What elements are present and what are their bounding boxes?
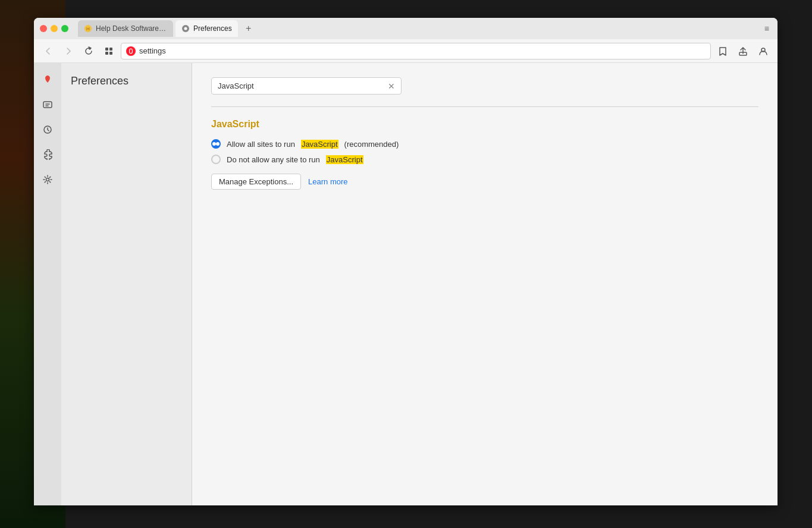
grid-button[interactable] xyxy=(101,43,117,59)
radio-allow-label-suffix: (recommended) xyxy=(344,140,399,149)
svg-point-3 xyxy=(184,27,187,30)
bookmark-button[interactable] xyxy=(714,43,731,59)
minimize-button[interactable] xyxy=(51,25,58,32)
sidebar-item-flow[interactable] xyxy=(38,95,57,114)
manage-exceptions-button[interactable]: Manage Exceptions... xyxy=(211,174,301,190)
radio-deny-label-highlight: JavaScript xyxy=(326,155,363,164)
radio-deny-icon xyxy=(211,155,221,164)
settings-content: ✕ JavaScript Allow all sites to run Java… xyxy=(192,63,777,505)
settings-panel: Preferences xyxy=(61,63,192,505)
svg-rect-7 xyxy=(109,52,112,55)
nav-bar: settings xyxy=(34,39,777,63)
search-clear-button[interactable]: ✕ xyxy=(388,82,395,90)
title-bar: H Help Desk Software & Live C Preference… xyxy=(34,18,777,39)
radio-allow-label-highlight: JavaScript xyxy=(301,140,338,149)
window-menu-button[interactable]: ≡ xyxy=(762,21,772,36)
helpdesk-favicon: H xyxy=(84,24,92,33)
svg-point-14 xyxy=(46,178,49,181)
browser-window: H Help Desk Software & Live C Preference… xyxy=(34,18,777,505)
sidebar-icons xyxy=(34,63,61,505)
opera-logo xyxy=(126,46,136,56)
section-heading: JavaScript xyxy=(211,119,758,130)
tab-preferences[interactable]: Preferences xyxy=(175,20,238,37)
tab-helpdesk[interactable]: H Help Desk Software & Live C xyxy=(78,20,173,37)
settings-title: Preferences xyxy=(71,75,182,87)
learn-more-link[interactable]: Learn more xyxy=(308,177,347,186)
tab-helpdesk-label: Help Desk Software & Live C xyxy=(96,24,167,33)
address-bar[interactable]: settings xyxy=(121,43,711,59)
window-controls xyxy=(40,25,68,32)
section-separator xyxy=(211,106,758,107)
maximize-button[interactable] xyxy=(61,25,68,32)
tab-preferences-label: Preferences xyxy=(193,24,232,33)
forward-button[interactable] xyxy=(60,43,77,59)
address-text: settings xyxy=(139,46,706,55)
actions-row: Manage Exceptions... Learn more xyxy=(211,174,758,190)
new-tab-button[interactable]: + xyxy=(240,20,257,37)
back-button[interactable] xyxy=(40,43,57,59)
tabs-bar: H Help Desk Software & Live C Preference… xyxy=(78,20,757,37)
browser-content: Preferences ✕ JavaScript Allow all sites… xyxy=(34,63,777,505)
svg-rect-6 xyxy=(105,52,108,55)
close-button[interactable] xyxy=(40,25,47,32)
nav-right-icons xyxy=(714,43,772,59)
account-button[interactable] xyxy=(755,43,772,59)
share-button[interactable] xyxy=(735,43,751,59)
svg-rect-5 xyxy=(109,48,112,51)
svg-rect-4 xyxy=(105,48,108,51)
sidebar-item-history[interactable] xyxy=(38,120,57,139)
radio-allow-icon xyxy=(211,139,221,149)
sidebar-item-favorites[interactable] xyxy=(38,70,57,89)
radio-allow-label-prefix: Allow all sites to run xyxy=(227,140,295,149)
preferences-favicon xyxy=(181,24,190,33)
search-box[interactable]: ✕ xyxy=(211,77,402,95)
radio-deny-label-prefix: Do not allow any site to run xyxy=(227,155,320,164)
radio-deny-javascript[interactable]: Do not allow any site to run JavaScript xyxy=(211,155,758,164)
reload-button[interactable] xyxy=(80,43,97,59)
sidebar-item-extensions[interactable] xyxy=(38,145,57,164)
svg-rect-12 xyxy=(43,102,52,108)
radio-allow-javascript[interactable]: Allow all sites to run JavaScript (recom… xyxy=(211,139,758,149)
sidebar-item-settings[interactable] xyxy=(38,170,57,189)
svg-text:H: H xyxy=(86,26,90,32)
search-input[interactable] xyxy=(218,81,384,90)
